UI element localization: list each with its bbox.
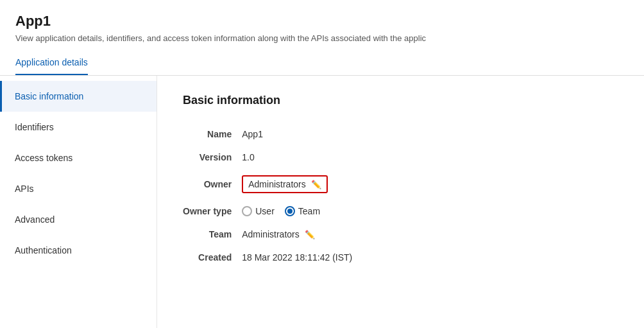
team-text: Administrators	[242, 229, 299, 239]
owner-box: Administrators ✏️	[242, 175, 327, 193]
sidebar: Basic information Identifiers Access tok…	[0, 76, 157, 328]
info-table: Name App1 Version 1.0 Owner Administrato…	[183, 123, 352, 269]
team-edit-icon[interactable]: ✏️	[305, 230, 315, 239]
radio-team-label: Team	[298, 206, 320, 216]
name-row: Name App1	[183, 123, 352, 146]
page-title: App1	[15, 13, 629, 30]
version-value: 1.0	[242, 146, 352, 169]
section-title: Basic information	[183, 94, 618, 107]
team-label: Team	[183, 223, 242, 246]
owner-text: Administrators	[248, 179, 305, 189]
owner-label: Owner	[183, 169, 242, 200]
sidebar-item-identifiers[interactable]: Identifiers	[0, 112, 157, 142]
radio-team-circle	[285, 206, 295, 216]
sidebar-item-apis[interactable]: APIs	[0, 173, 157, 204]
sidebar-item-advanced[interactable]: Advanced	[0, 204, 157, 235]
radio-group: User Team	[242, 206, 352, 216]
version-row: Version 1.0	[183, 146, 352, 169]
sidebar-item-authentication[interactable]: Authentication	[0, 235, 157, 266]
main-content: Basic information Name App1 Version 1.0 …	[157, 76, 644, 328]
owner-edit-icon[interactable]: ✏️	[311, 180, 321, 189]
sidebar-item-access-tokens[interactable]: Access tokens	[0, 142, 157, 173]
team-row: Team Administrators ✏️	[183, 223, 352, 246]
created-label: Created	[183, 246, 242, 269]
owner-row: Owner Administrators ✏️	[183, 169, 352, 200]
team-value-container: Administrators ✏️	[242, 229, 352, 239]
owner-type-value: User Team	[242, 200, 352, 223]
team-value: Administrators ✏️	[242, 223, 352, 246]
name-value: App1	[242, 123, 352, 146]
created-value: 18 Mar 2022 18:11:42 (IST)	[242, 246, 352, 269]
owner-type-label: Owner type	[183, 200, 242, 223]
radio-user-circle	[242, 206, 252, 216]
name-label: Name	[183, 123, 242, 146]
page-description: View application details, identifiers, a…	[15, 33, 629, 43]
owner-value: Administrators ✏️	[242, 169, 352, 200]
version-label: Version	[183, 146, 242, 169]
radio-team[interactable]: Team	[285, 206, 320, 216]
owner-type-row: Owner type User Team	[183, 200, 352, 223]
content-area: Basic information Identifiers Access tok…	[0, 76, 644, 328]
tab-application-details[interactable]: Application details	[15, 51, 88, 75]
radio-team-dot	[287, 209, 292, 214]
radio-user-label: User	[255, 206, 275, 216]
created-row: Created 18 Mar 2022 18:11:42 (IST)	[183, 246, 352, 269]
sidebar-item-basic-information[interactable]: Basic information	[0, 81, 157, 112]
radio-user[interactable]: User	[242, 206, 275, 216]
tabs-bar: Application details	[0, 51, 644, 76]
